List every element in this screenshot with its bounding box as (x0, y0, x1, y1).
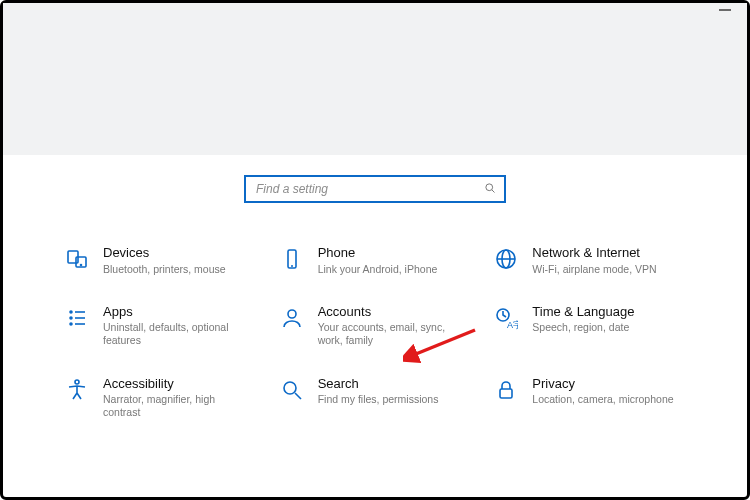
svg-rect-22 (500, 389, 512, 398)
tile-desc: Find my files, permissions (318, 393, 439, 406)
tile-desc: Speech, region, date (532, 321, 634, 334)
svg-point-16 (288, 310, 296, 318)
magnifier-icon (278, 376, 306, 404)
svg-text:A字: A字 (507, 320, 518, 330)
phone-icon (278, 245, 306, 273)
tile-desc: Location, camera, microphone (532, 393, 673, 406)
svg-line-1 (492, 189, 495, 192)
tile-desc: Narrator, magnifier, high contrast (103, 393, 250, 419)
tile-title: Accessibility (103, 376, 250, 392)
svg-point-14 (70, 323, 72, 325)
tile-desc: Link your Android, iPhone (318, 263, 438, 276)
devices-icon (63, 245, 91, 273)
globe-icon (492, 245, 520, 273)
tile-accounts[interactable]: Accounts Your accounts, email, sync, wor… (278, 304, 473, 348)
svg-line-21 (295, 393, 301, 399)
tile-network[interactable]: Network & Internet Wi-Fi, airplane mode,… (492, 245, 687, 276)
settings-grid: Devices Bluetooth, printers, mouse Phone… (63, 245, 687, 419)
svg-point-10 (70, 311, 72, 313)
search-box[interactable] (244, 175, 506, 203)
tile-title: Devices (103, 245, 226, 261)
settings-window: Devices Bluetooth, printers, mouse Phone… (0, 0, 750, 500)
tile-apps[interactable]: Apps Uninstall, defaults, optional featu… (63, 304, 258, 348)
search-input[interactable] (254, 181, 484, 197)
tile-title: Apps (103, 304, 250, 320)
tile-phone[interactable]: Phone Link your Android, iPhone (278, 245, 473, 276)
svg-point-20 (284, 382, 296, 394)
tile-search[interactable]: Search Find my files, permissions (278, 376, 473, 420)
svg-point-4 (81, 265, 82, 266)
tile-desc: Uninstall, defaults, optional features (103, 321, 250, 347)
tile-title: Accounts (318, 304, 465, 320)
svg-point-12 (70, 317, 72, 319)
header-band (3, 3, 747, 155)
tile-privacy[interactable]: Privacy Location, camera, microphone (492, 376, 687, 420)
accessibility-icon (63, 376, 91, 404)
tile-accessibility[interactable]: Accessibility Narrator, magnifier, high … (63, 376, 258, 420)
tile-desc: Bluetooth, printers, mouse (103, 263, 226, 276)
apps-icon (63, 304, 91, 332)
search-icon (484, 182, 496, 197)
svg-point-0 (486, 183, 493, 190)
tile-title: Phone (318, 245, 438, 261)
tile-desc: Your accounts, email, sync, work, family (318, 321, 465, 347)
tile-time-language[interactable]: A字 Time & Language Speech, region, date (492, 304, 687, 348)
tile-title: Privacy (532, 376, 673, 392)
person-icon (278, 304, 306, 332)
tile-devices[interactable]: Devices Bluetooth, printers, mouse (63, 245, 258, 276)
lock-icon (492, 376, 520, 404)
tile-title: Network & Internet (532, 245, 656, 261)
svg-point-19 (75, 380, 79, 384)
tile-title: Search (318, 376, 439, 392)
minimize-indicator (719, 9, 731, 11)
search-container (3, 175, 747, 203)
tile-desc: Wi-Fi, airplane mode, VPN (532, 263, 656, 276)
time-language-icon: A字 (492, 304, 520, 332)
tile-title: Time & Language (532, 304, 634, 320)
